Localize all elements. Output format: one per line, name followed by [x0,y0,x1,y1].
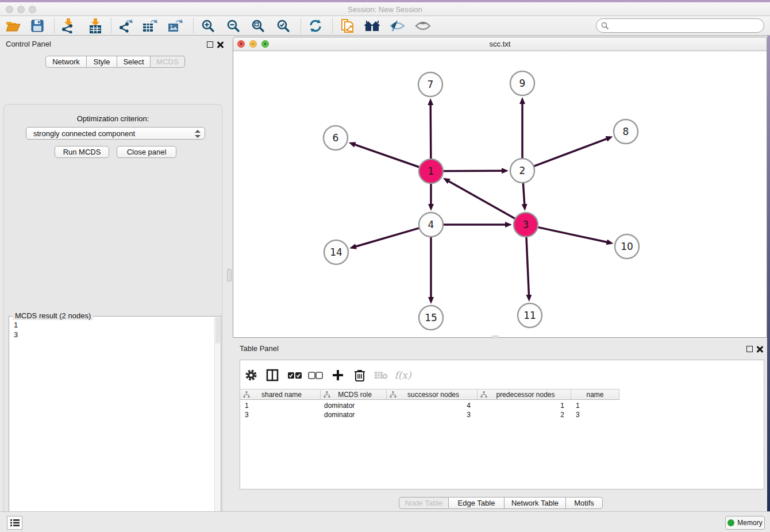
run-mcds-button[interactable]: Run MCDS [55,146,109,158]
table-row[interactable]: 3 dominator 3 2 3 [240,410,619,419]
column-type-icon [390,391,396,398]
delete-row-trash-icon[interactable] [350,366,369,384]
table-panel-title: Table Panel [240,344,279,353]
app-titlebar: Session: New Session [0,2,770,16]
splitter-grip[interactable] [227,269,232,282]
memory-status-icon [727,519,734,526]
graph-node-label-8: 8 [623,126,629,137]
column-successor-nodes[interactable]: successor nodes [387,390,478,399]
criterion-dropdown[interactable]: strongly connected component [26,127,205,140]
import-network-icon[interactable] [57,17,78,34]
table-panel: Table Panel f(x) [226,339,767,511]
task-history-button[interactable] [7,516,22,530]
column-name[interactable]: name [571,390,619,399]
column-shared-name[interactable]: shared name [240,390,321,399]
import-table-icon[interactable] [85,17,106,34]
unselect-all-icon[interactable] [306,366,325,384]
mcds-result-values: 1 3 [14,320,18,340]
tab-network-table[interactable]: Network Table [505,497,566,509]
float-panel-icon[interactable] [207,41,213,48]
graph-node-label-3: 3 [523,219,529,230]
graph-edge-3-1[interactable] [448,181,515,219]
column-type-icon [243,391,250,398]
table-options-gear-icon[interactable] [241,366,261,384]
toolbar-separator [332,18,333,33]
table-header-row[interactable]: shared name MCDS role successor nodes pr… [240,389,619,400]
control-panel-header: Control Panel [0,36,226,52]
network-window-grip[interactable] [492,336,499,338]
search-field[interactable] [596,18,764,33]
graph-edge-2-8[interactable] [534,138,608,166]
function-builder-icon: f(x) [393,366,413,384]
criterion-value: strongly connected component [33,129,135,138]
memory-button[interactable]: Memory [725,516,765,530]
graph-node-label-1: 1 [428,165,434,177]
tab-mcds[interactable]: MCDS [151,56,185,68]
desktop-right-strip [767,36,770,532]
mcds-panel: Optimization criterion: strongly connect… [3,104,222,532]
bird-eye-view-icon[interactable] [413,17,433,34]
toolbar-separator [301,18,301,33]
mcds-result-legend: MCDS result (2 nodes) [13,311,93,320]
graph-edge-1-2[interactable] [444,171,503,171]
graph-edge-3-11[interactable] [526,237,529,296]
graph-node-label-15: 15 [425,312,437,323]
graph-edge-1-6[interactable] [354,144,419,167]
graph-edge-2-3[interactable] [523,183,524,205]
zoom-selected-icon[interactable] [273,17,294,34]
column-mcds-role[interactable]: MCDS role [321,390,387,399]
toolbar-separator [193,18,194,33]
export-table-icon[interactable] [140,17,160,34]
column-type-icon [324,391,330,398]
delete-table-icon[interactable] [371,366,391,384]
graph-edge-1-7[interactable] [430,104,431,159]
zoom-fit-icon[interactable] [248,17,268,34]
tab-network[interactable]: Network [45,56,87,68]
table-close-icon[interactable] [756,346,763,353]
zoom-out-icon[interactable] [223,17,244,34]
close-panel-icon[interactable] [217,41,224,48]
control-panel-title: Control Panel [6,40,51,48]
graph-node-label-7: 7 [428,79,434,90]
add-row-icon[interactable] [328,366,348,384]
table-float-icon[interactable] [746,346,753,352]
search-input[interactable] [609,20,764,32]
show-column-icon[interactable] [263,366,282,384]
tab-style[interactable]: Style [87,56,117,68]
network-canvas[interactable]: 1234678910111415 [233,51,767,337]
export-network-icon[interactable] [115,17,136,34]
home-layout-icon[interactable] [362,17,383,34]
close-panel-button[interactable]: Close panel [117,146,176,158]
list-icon [10,519,20,527]
network-window-titlebar[interactable]: × − + scc.txt [233,37,767,51]
graph-node-label-10: 10 [621,241,633,252]
table-tabs: Node Table Edge Table Network Table Moti… [399,497,603,509]
toolbar-separator [111,18,111,33]
zoom-in-icon[interactable] [198,17,218,34]
export-image-icon[interactable] [165,17,186,34]
graph-node-label-9: 9 [519,78,526,89]
show-graphics-details-icon[interactable] [387,17,408,34]
session-title: Session: New Session [0,5,770,14]
tab-motifs[interactable]: Motifs [566,497,603,509]
tab-node-table[interactable]: Node Table [399,497,449,509]
select-all-icon[interactable] [285,366,305,384]
clone-network-icon[interactable] [337,17,358,34]
graph-node-label-14: 14 [330,246,342,258]
control-panel: Control Panel Network Style Select MCDS … [0,36,226,511]
status-bar: Memory [0,511,770,532]
graph-node-label-2: 2 [519,165,526,176]
tab-select[interactable]: Select [117,56,151,68]
open-session-icon[interactable] [3,17,24,34]
column-predecessor-nodes[interactable]: predecessor nodes [478,390,571,399]
save-session-icon[interactable] [27,17,48,34]
result-scrollbar[interactable] [214,317,220,532]
graph-edge-3-10[interactable] [538,228,608,242]
search-icon [601,22,609,30]
table-row[interactable]: 1 dominator 4 1 1 [240,401,619,410]
tab-edge-table[interactable]: Edge Table [449,497,505,509]
graph-node-label-11: 11 [523,310,536,321]
graph-edge-4-14[interactable] [355,228,419,246]
graph-node-label-4: 4 [428,219,434,230]
refresh-icon[interactable] [305,17,326,34]
